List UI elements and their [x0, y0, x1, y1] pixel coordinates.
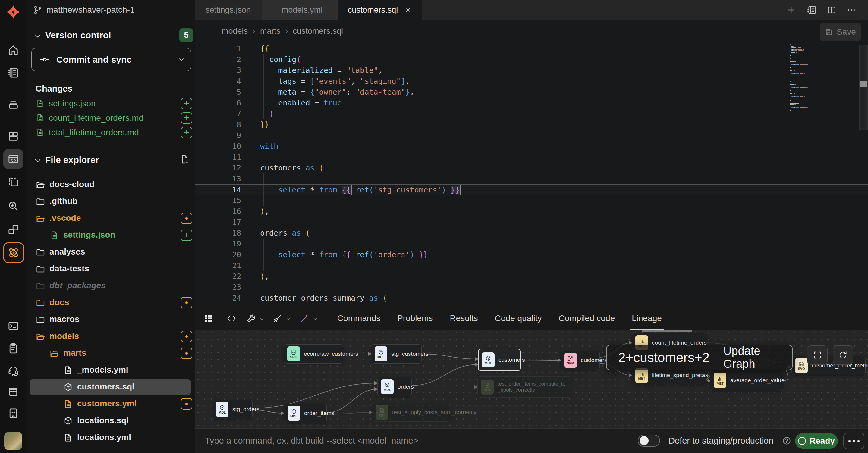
file-tree-item[interactable]: locations.yml	[27, 429, 195, 446]
stage-file-button[interactable]: +	[181, 112, 192, 124]
file-tree-item[interactable]: models	[27, 328, 195, 345]
close-icon[interactable]	[404, 6, 412, 13]
branch-selector[interactable]: matthewshaver-patch-1	[27, 0, 195, 20]
organization-icon[interactable]	[7, 407, 19, 419]
panel-tab-lineage[interactable]: Lineage	[632, 307, 662, 330]
code-editor-icon[interactable]	[7, 153, 19, 165]
command-input[interactable]: Type a command, ex. dbt build --select <…	[205, 436, 597, 446]
commit-and-sync-button[interactable]: Commit and sync	[31, 48, 191, 71]
scrollbar-track[interactable]	[859, 45, 868, 130]
lineage-node-ecom-raw-customers[interactable]: SRCecom.raw_customers	[284, 344, 344, 363]
help-icon[interactable]	[782, 436, 792, 446]
chevron-down-icon[interactable]	[33, 156, 42, 165]
file-tree-item[interactable]: customers.yml	[27, 395, 195, 412]
lineage-node-customers-semantic[interactable]: SEMcustomers	[561, 351, 600, 370]
ready-status-badge[interactable]: Ready	[795, 433, 838, 449]
stage-file-button[interactable]: +	[181, 229, 192, 241]
lineage-node-order-items[interactable]: MDLorder_items	[284, 403, 327, 423]
breadcrumb-item[interactable]: customers.sql	[293, 27, 343, 36]
panel-tab-problems[interactable]: Problems	[397, 307, 433, 330]
frames-icon[interactable]	[7, 176, 19, 189]
file-tree-item[interactable]: _models.yml	[27, 362, 195, 379]
file-tree-item[interactable]: analyses	[27, 244, 195, 261]
stage-file-button[interactable]: +	[181, 98, 192, 109]
split-icon[interactable]	[827, 5, 837, 15]
file-tree-item[interactable]: marts	[27, 345, 195, 362]
panel-tab-code-quality[interactable]: Code quality	[495, 307, 542, 330]
file-tree-item[interactable]: data-tests	[27, 261, 195, 278]
file-tree-item[interactable]: dbt_packages	[27, 278, 195, 294]
tasks-icon[interactable]	[7, 342, 19, 354]
file-tree-item[interactable]: macros	[27, 311, 195, 328]
modified-indicator[interactable]	[181, 398, 192, 410]
lineage-node-customer-order-metrics[interactable]: SVQcustomer_order_metrics	[792, 356, 866, 375]
minimap[interactable]	[790, 44, 835, 132]
chevron-down-icon[interactable]	[285, 315, 291, 322]
table-icon[interactable]	[203, 313, 214, 324]
lineage-node-stg-customers[interactable]: MDLstg_customers	[371, 344, 422, 363]
panel-tab-commands[interactable]: Commands	[337, 307, 380, 330]
panel-tab-results[interactable]: Results	[450, 307, 478, 330]
file-tree-item[interactable]: docs	[27, 294, 195, 311]
chevron-down-icon[interactable]	[312, 315, 318, 322]
file-tree-item[interactable]: .vscode	[27, 210, 195, 227]
copilot-atom-icon[interactable]	[3, 242, 24, 263]
lineage-canvas[interactable]: SRCecom.raw_customersMDLstg_customersMDL…	[195, 329, 868, 428]
lineage-hscrollbar-thumb[interactable]	[642, 330, 692, 332]
wrench-icon[interactable]	[246, 313, 257, 324]
code-icon[interactable]	[226, 313, 237, 324]
modified-indicator[interactable]	[181, 213, 192, 224]
modified-indicator[interactable]	[181, 331, 192, 342]
code-editor[interactable]: 1{{2 config(3 materialized = "table",4 t…	[195, 43, 868, 306]
file-tree-item[interactable]: locations.sql	[27, 412, 195, 429]
wand-icon[interactable]	[299, 313, 310, 324]
notebook-icon[interactable]	[7, 67, 19, 79]
chevron-down-icon[interactable]	[33, 31, 42, 40]
file-tree-item[interactable]: customers.sql	[27, 379, 195, 395]
scrollbar-thumb[interactable]	[860, 81, 867, 87]
defer-toggle[interactable]	[638, 434, 660, 447]
status-menu-button[interactable]	[843, 432, 864, 449]
integrations-icon[interactable]	[7, 224, 19, 235]
home-icon[interactable]	[7, 44, 19, 56]
lineage-selector-input[interactable]: 2+customers+2	[607, 346, 723, 369]
notebook-icon[interactable]	[807, 5, 817, 15]
stage-file-button[interactable]: +	[181, 127, 192, 138]
lineage-fullscreen-button[interactable]	[807, 346, 828, 365]
lineage-node-test-order-items-compute-to-bools-correctly[interactable]: TSTtest_order_items_compute_to_bools_cor…	[477, 377, 571, 397]
changed-file-row[interactable]: total_lifetime_orders.md+	[30, 125, 191, 140]
tab-_models.yml[interactable]: _models.yml	[262, 0, 338, 20]
dashboard-icon[interactable]	[7, 130, 19, 142]
archive-icon[interactable]	[7, 98, 19, 110]
breadcrumb-item[interactable]: models	[221, 27, 248, 36]
panel-tab-compiled-code[interactable]: Compiled code	[558, 307, 615, 330]
modified-indicator[interactable]	[181, 348, 192, 359]
lineage-node-customers[interactable]: MDLcustomers	[478, 349, 521, 371]
ellipsis-icon[interactable]	[846, 5, 857, 15]
lineage-node-test-supply-costs-sum-correctly[interactable]: TSTtest_supply_costs_sum_correctly	[372, 403, 451, 422]
tab-customers.sql[interactable]: customers.sql	[338, 0, 422, 20]
file-tree-item[interactable]: settings.json+	[27, 227, 195, 244]
chevron-down-icon[interactable]	[258, 315, 265, 322]
broom-icon[interactable]	[272, 313, 283, 324]
terminal-icon[interactable]	[7, 320, 19, 332]
lineage-refresh-button[interactable]	[833, 346, 853, 365]
new-file-icon[interactable]	[180, 154, 190, 164]
support-icon[interactable]	[7, 364, 19, 377]
user-avatar[interactable]	[4, 432, 22, 450]
lineage-node-average-order-value[interactable]: METaverage_order_value	[710, 370, 783, 391]
knowledge-icon[interactable]	[7, 386, 19, 398]
tab-settings.json[interactable]: settings.json	[195, 0, 262, 20]
dbt-logo[interactable]	[6, 5, 21, 19]
modified-indicator[interactable]	[181, 297, 192, 309]
changed-file-row[interactable]: count_lifetime_orders.md+	[30, 111, 191, 125]
lineage-node-orders[interactable]: MDLorders	[377, 377, 412, 396]
plus-icon[interactable]	[786, 5, 796, 15]
file-tree-item[interactable]: .github	[27, 193, 195, 210]
file-tree-item[interactable]: docs-cloud	[27, 176, 195, 193]
lineage-node-stg-orders[interactable]: MDLstg_orders	[212, 400, 253, 419]
commit-options-chevron[interactable]	[172, 56, 191, 64]
changed-file-row[interactable]: settings.json+	[30, 96, 191, 111]
breadcrumb-item[interactable]: marts	[260, 27, 281, 36]
save-button[interactable]: Save	[820, 23, 861, 41]
